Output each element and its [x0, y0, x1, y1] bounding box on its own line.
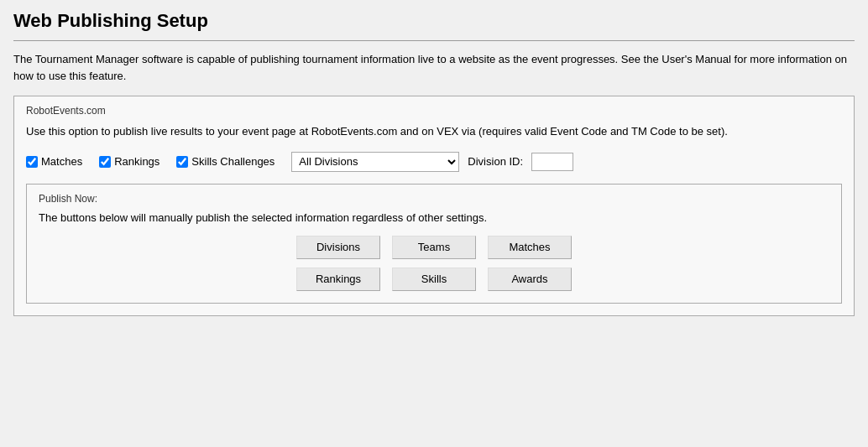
- page-description: The Tournament Manager software is capab…: [13, 51, 855, 84]
- buttons-row-1: Divisions Teams Matches: [296, 236, 572, 259]
- matches-checkbox[interactable]: [26, 156, 38, 168]
- rankings-checkbox[interactable]: [99, 156, 111, 168]
- robotevents-group: RobotEvents.com Use this option to publi…: [13, 96, 855, 316]
- divisions-button[interactable]: Divisions: [296, 236, 380, 259]
- division-id-label: Division ID:: [468, 155, 523, 168]
- publish-now-group: Publish Now: The buttons below will manu…: [26, 184, 842, 304]
- awards-button[interactable]: Awards: [488, 268, 572, 291]
- skills-checkbox[interactable]: [176, 156, 188, 168]
- divisions-dropdown[interactable]: All Divisions Division 1 Division 2: [291, 152, 459, 172]
- checkboxes-and-dropdown-row: Matches Rankings Skills Challenges All D…: [26, 152, 842, 172]
- robotevents-group-label: RobotEvents.com: [26, 105, 842, 117]
- page-title: Web Publishing Setup: [13, 10, 855, 32]
- right-section: All Divisions Division 1 Division 2 Divi…: [291, 152, 573, 172]
- checkboxes-section: Matches Rankings Skills Challenges: [26, 155, 275, 168]
- matches-button[interactable]: Matches: [488, 236, 572, 259]
- publish-now-description: The buttons below will manually publish …: [39, 211, 829, 224]
- skills-checkbox-text: Skills Challenges: [191, 155, 275, 168]
- teams-button[interactable]: Teams: [392, 236, 476, 259]
- title-divider: [13, 40, 855, 41]
- buttons-row-2: Rankings Skills Awards: [296, 268, 572, 291]
- matches-checkbox-label[interactable]: Matches: [26, 155, 82, 168]
- publish-now-label: Publish Now:: [39, 193, 829, 205]
- rankings-checkbox-label[interactable]: Rankings: [99, 155, 159, 168]
- rankings-checkbox-text: Rankings: [114, 155, 159, 168]
- robotevents-description: Use this option to publish live results …: [26, 123, 842, 140]
- skills-checkbox-label[interactable]: Skills Challenges: [176, 155, 275, 168]
- rankings-button[interactable]: Rankings: [296, 268, 380, 291]
- skills-button[interactable]: Skills: [392, 268, 476, 291]
- buttons-grid: Divisions Teams Matches Rankings Skills …: [39, 236, 829, 291]
- matches-checkbox-text: Matches: [41, 155, 82, 168]
- division-id-input[interactable]: [531, 153, 573, 171]
